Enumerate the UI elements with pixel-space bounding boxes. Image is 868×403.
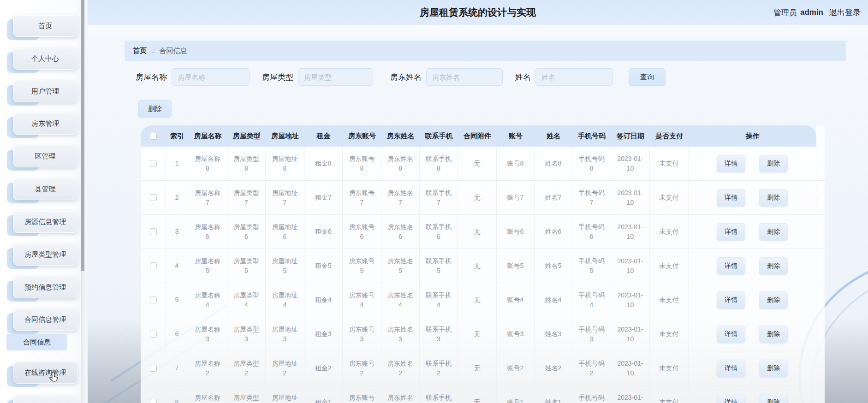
cell-mobile: 手机号码2 bbox=[572, 351, 611, 385]
cell-landlord-account: 房东账号6 bbox=[343, 215, 381, 249]
cell-landlord-account: 房东账号5 bbox=[343, 249, 381, 283]
search-input[interactable] bbox=[426, 68, 503, 86]
cell-house-type: 房屋类型1 bbox=[227, 385, 266, 403]
header-cell: 操作 bbox=[689, 125, 816, 147]
detail-button[interactable]: 详情 bbox=[717, 326, 745, 343]
sidebar-item[interactable]: 用户管理 bbox=[13, 81, 77, 102]
cell-account: 账号5 bbox=[497, 249, 535, 283]
sidebar-item[interactable]: 合同信息管理 bbox=[13, 309, 77, 331]
cell-name: 姓名2 bbox=[535, 351, 572, 385]
sidebar-item[interactable]: 房屋类型管理 bbox=[13, 244, 77, 266]
select-all-checkbox[interactable] bbox=[150, 133, 157, 140]
detail-button[interactable]: 详情 bbox=[717, 155, 745, 172]
batch-delete-button[interactable]: 删除 bbox=[138, 100, 172, 118]
logout-link[interactable]: 退出登录 bbox=[829, 7, 861, 18]
cell-name: 姓名6 bbox=[535, 215, 572, 249]
cell-mobile: 手机号码4 bbox=[572, 283, 611, 317]
sidebar-item[interactable]: 房东管理 bbox=[13, 113, 77, 135]
cell-address: 房屋地址6 bbox=[266, 215, 304, 249]
sidebar-item[interactable]: 在线咨询管理 bbox=[13, 362, 77, 384]
query-button[interactable]: 查询 bbox=[629, 68, 666, 86]
detail-button[interactable]: 详情 bbox=[717, 394, 745, 403]
cell-index: 4 bbox=[166, 249, 188, 283]
cell-phone: 联系手机1 bbox=[420, 385, 458, 403]
row-gutter bbox=[816, 249, 825, 283]
header-cell: 姓名 bbox=[535, 125, 572, 147]
header-gutter bbox=[816, 125, 825, 147]
cell-paid: 未支付 bbox=[650, 317, 689, 351]
breadcrumb-home[interactable]: 首页 bbox=[133, 47, 147, 55]
row-delete-button[interactable]: 删除 bbox=[759, 291, 788, 309]
cell-paid: 未支付 bbox=[650, 249, 689, 283]
detail-button[interactable]: 详情 bbox=[717, 189, 745, 207]
cell-paid: 未支付 bbox=[650, 215, 689, 249]
cell-house-type: 房屋类型2 bbox=[227, 351, 266, 385]
detail-button[interactable]: 详情 bbox=[717, 291, 745, 309]
sidebar-item[interactable]: 县管理 bbox=[13, 178, 77, 200]
row-delete-button[interactable]: 删除 bbox=[759, 155, 788, 172]
row-actions-cell: 详情删除 bbox=[689, 181, 816, 215]
cell-sign-date: 2023-01-10 bbox=[611, 351, 650, 385]
cell-index: 3 bbox=[166, 215, 188, 249]
sidebar-scrollbar-thumb[interactable] bbox=[81, 0, 84, 271]
cell-mobile: 手机号码5 bbox=[572, 249, 611, 283]
row-checkbox[interactable] bbox=[150, 296, 157, 303]
row-checkbox-cell bbox=[141, 249, 166, 283]
row-delete-button[interactable]: 删除 bbox=[759, 257, 788, 275]
row-checkbox-cell bbox=[141, 317, 166, 351]
row-delete-button[interactable]: 删除 bbox=[759, 394, 788, 403]
sidebar-item[interactable]: 房源信息管理 bbox=[13, 211, 77, 233]
search-field-group: 房屋类型 bbox=[262, 68, 373, 86]
search-field-label: 房东姓名 bbox=[390, 72, 422, 83]
row-delete-button[interactable]: 删除 bbox=[759, 360, 788, 377]
search-input[interactable] bbox=[535, 68, 613, 86]
cell-landlord-account: 房东账号4 bbox=[343, 283, 381, 317]
cell-landlord-account: 房东账号1 bbox=[343, 385, 381, 403]
breadcrumb-current: 合同信息 bbox=[159, 47, 187, 55]
row-checkbox[interactable] bbox=[150, 331, 157, 338]
header-cell: 房屋类型 bbox=[227, 125, 266, 147]
detail-button[interactable]: 详情 bbox=[717, 360, 745, 377]
row-gutter bbox=[816, 385, 825, 403]
mouse-cursor-pointer-icon bbox=[48, 372, 60, 384]
contracts-table: 索引房屋名称房屋类型房屋地址租金房东账号房东姓名联系手机合同附件账号姓名手机号码… bbox=[141, 125, 825, 403]
sidebar-subitem-active[interactable]: 合同信息 bbox=[6, 334, 67, 350]
cell-phone: 联系手机4 bbox=[420, 283, 458, 317]
header-cell: 房东账号 bbox=[343, 125, 381, 147]
row-checkbox[interactable] bbox=[150, 262, 157, 269]
detail-button[interactable]: 详情 bbox=[717, 223, 745, 241]
row-checkbox[interactable] bbox=[150, 160, 157, 167]
sidebar-item[interactable]: 个人中心 bbox=[13, 48, 77, 70]
cell-attachment: 无 bbox=[458, 181, 497, 215]
cell-phone: 联系手机2 bbox=[420, 351, 458, 385]
search-input[interactable] bbox=[298, 68, 373, 86]
sidebar-item-partial[interactable] bbox=[13, 396, 77, 403]
row-checkbox[interactable] bbox=[150, 228, 157, 235]
search-field-group: 房东姓名 bbox=[390, 68, 503, 86]
cell-house-type: 房屋类型5 bbox=[227, 249, 266, 283]
cell-attachment: 无 bbox=[458, 147, 497, 181]
row-delete-button[interactable]: 删除 bbox=[759, 189, 788, 207]
cell-paid: 未支付 bbox=[650, 181, 689, 215]
sidebar-item[interactable]: 首页 bbox=[13, 15, 77, 37]
cell-paid: 未支付 bbox=[650, 351, 689, 385]
cell-index: 5 bbox=[166, 283, 188, 317]
sidebar-item[interactable]: 预约信息管理 bbox=[13, 277, 77, 298]
cell-account: 账号6 bbox=[497, 215, 535, 249]
search-input[interactable] bbox=[172, 68, 250, 86]
row-checkbox[interactable] bbox=[150, 365, 157, 372]
cell-landlord-name: 房东姓名3 bbox=[381, 317, 420, 351]
detail-button[interactable]: 详情 bbox=[717, 257, 745, 275]
row-checkbox-cell bbox=[141, 181, 166, 215]
row-checkbox[interactable] bbox=[150, 399, 157, 403]
cell-mobile: 手机号码1 bbox=[572, 385, 611, 403]
cell-landlord-account: 房东账号7 bbox=[343, 181, 381, 215]
cell-phone: 联系手机7 bbox=[420, 181, 458, 215]
header-cell: 房屋名称 bbox=[188, 125, 227, 147]
search-field-label: 房屋类型 bbox=[262, 72, 293, 83]
row-delete-button[interactable]: 删除 bbox=[759, 326, 788, 343]
row-checkbox[interactable] bbox=[150, 194, 157, 201]
row-delete-button[interactable]: 删除 bbox=[759, 223, 788, 241]
sidebar-item[interactable]: 区管理 bbox=[13, 146, 77, 167]
cell-sign-date: 2023-01-10 bbox=[611, 385, 650, 403]
